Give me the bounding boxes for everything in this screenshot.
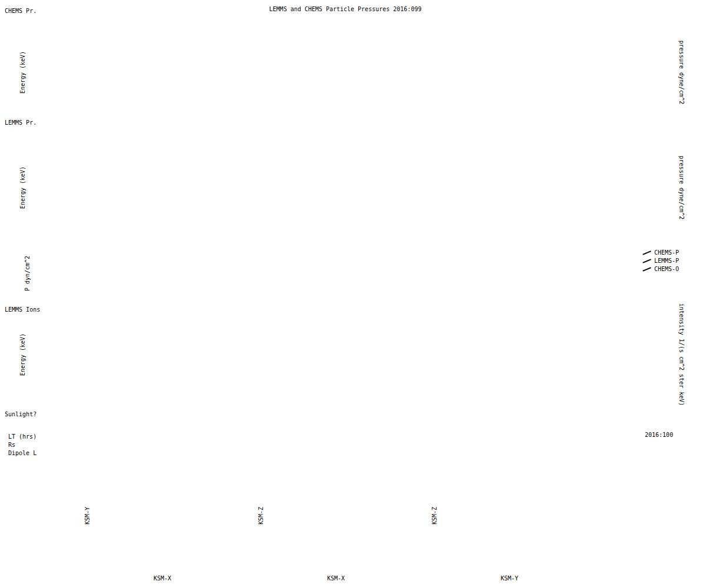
- chems-o-line-sample: [642, 267, 651, 271]
- chems-corner-label: CHEMS Pr.: [5, 8, 36, 14]
- chems-spectrogram: [56, 16, 635, 128]
- row-label-lt: LT (hrs): [8, 433, 36, 440]
- lemms-p-line-sample: [642, 259, 651, 263]
- orbit-xz-xlabel: KSM-X: [327, 575, 345, 582]
- figure-title: LEMMS and CHEMS Particle Pressures 2016:…: [269, 6, 422, 12]
- orbit-plot-xz: [283, 470, 389, 562]
- ions-colorbar-label: intensity 1/(s cm^2 ster keV): [678, 303, 685, 406]
- orbit-yz-xlabel: KSM-Y: [501, 575, 518, 582]
- orbit-yz-ylabel: KSM-Z: [431, 507, 438, 524]
- legend-label: CHEMS-P: [654, 249, 679, 256]
- orbit-xy-ylabel: KSM-Y: [84, 507, 91, 524]
- end-date-label: 2016:100: [645, 432, 673, 438]
- sunlight-bar: [56, 409, 635, 419]
- chems-ylabel: Energy (keV): [19, 51, 26, 93]
- ions-spectrogram: [56, 303, 635, 406]
- legend-label: CHEMS-O: [654, 266, 679, 272]
- legend-item-chems-p: CHEMS-P: [642, 249, 679, 256]
- lemms-colorbar-label: pressure dyne/cm^2: [678, 156, 685, 219]
- pressure-colorbar-1: [643, 16, 652, 128]
- pressure-ylabel: P dyn/cm^2: [24, 256, 31, 291]
- orbit-plot-yz: [457, 470, 562, 562]
- lemms-spectrogram: [56, 131, 635, 245]
- legend-label: LEMMS-P: [654, 258, 679, 264]
- row-label-rs: Rs: [8, 442, 15, 448]
- pressure-colorbar-2: [643, 131, 652, 245]
- legend-item-lemms-p: LEMMS-P: [642, 258, 679, 264]
- orbit-xz-ylabel: KSM-Z: [258, 507, 264, 524]
- lemms-corner-label: LEMMS Pr.: [5, 119, 36, 126]
- lemms-ylabel: Energy (keV): [19, 166, 26, 209]
- sunlight-corner-label: Sunlight?: [5, 411, 36, 417]
- chems-colorbar-label: pressure dyne/cm^2: [678, 41, 685, 104]
- orbit-plot-xy: [109, 470, 215, 562]
- figure: LEMMS and CHEMS Particle Pressures 2016:…: [0, 0, 706, 588]
- chems-p-line-sample: [642, 250, 651, 255]
- ions-ylabel: Energy (keV): [19, 333, 26, 376]
- legend-item-chems-o: CHEMS-O: [642, 266, 679, 272]
- orbit-xy-xlabel: KSM-X: [154, 575, 171, 582]
- ions-corner-label: LEMMS Ions: [5, 306, 40, 313]
- intensity-colorbar: [643, 303, 652, 406]
- row-label-dipole: Dipole L: [8, 450, 36, 456]
- pressure-lineplot: [56, 247, 635, 300]
